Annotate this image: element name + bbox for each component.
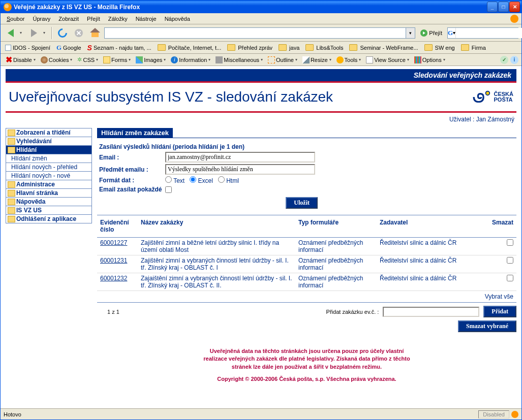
form-area: Zasílání výsledků hlídání (perioda hlídá… <box>99 143 516 209</box>
back-arrow-icon <box>8 29 14 37</box>
always-checkbox[interactable] <box>165 186 172 193</box>
close-button[interactable]: ✕ <box>509 2 520 12</box>
sidebar-item-hlidani-prehled[interactable]: Hlídání nových - přehled <box>6 163 92 172</box>
dev-cookies[interactable]: Cookies▾ <box>39 56 75 64</box>
sidebar-item-hlidani-zmen[interactable]: Hlídání změn <box>6 154 92 163</box>
go-button[interactable]: Přejít <box>417 27 445 39</box>
sidebar-item-hlidani[interactable]: Hlídání <box>6 146 92 154</box>
source-icon <box>366 56 373 63</box>
url-input[interactable] <box>105 28 406 38</box>
menu-prejit[interactable]: Přejít <box>83 15 104 23</box>
subject-input[interactable] <box>165 164 315 175</box>
menu-upravy[interactable]: Úpravy <box>28 15 54 23</box>
th-delete: Smazat <box>486 217 516 238</box>
add-button[interactable]: Přidat <box>483 306 516 317</box>
menu-zobrazit[interactable]: Zobrazit <box>54 15 83 23</box>
add-evidence-input[interactable] <box>383 307 479 317</box>
email-input[interactable] <box>165 152 315 163</box>
url-dropdown[interactable]: ▾ <box>406 28 415 38</box>
go-icon <box>420 29 427 37</box>
period-label: Zasílání výsledků hlídání (perioda hlídá… <box>99 143 244 150</box>
format-label: Formát dat : <box>99 177 165 184</box>
format-html-radio[interactable] <box>218 176 225 183</box>
stop-button[interactable] <box>72 26 86 40</box>
bookmark-idos[interactable]: IDOS - Spojení <box>4 44 52 51</box>
sidebar-item-odhlaseni[interactable]: Odhlášení z aplikace <box>6 215 92 223</box>
cell-client: Ředitelství silnic a dálnic ČR <box>377 273 486 291</box>
sidebar-item-vyhledavani[interactable]: Vyhledávání <box>6 137 92 146</box>
back-history-dropdown[interactable]: ▾ <box>20 30 25 35</box>
status-disabled: Disabled <box>478 410 509 418</box>
sidebar-item-hlavni[interactable]: Hlavní stránka <box>6 189 92 198</box>
dev-css[interactable]: ✲CSS▾ <box>75 56 100 63</box>
sidebar-item-zobrazeni[interactable]: Zobrazení a třídění <box>6 128 92 137</box>
table-row: 60001231Zajištění zimní a vybraných činn… <box>97 255 516 273</box>
cell-name: Zajištění zimní a vybraných činností let… <box>138 255 295 273</box>
stop-icon <box>75 29 83 37</box>
forward-button[interactable] <box>27 26 41 40</box>
search-engine-icon[interactable]: G▾ <box>448 28 456 38</box>
maximize-button[interactable]: □ <box>498 2 509 12</box>
menu-nastroje[interactable]: Nástroje <box>132 15 161 23</box>
menu-soubor[interactable]: SSouboroubor <box>3 15 28 23</box>
evidence-link[interactable]: 60001231 <box>100 257 127 264</box>
cell-type: Oznámení předběžných informací <box>295 255 377 273</box>
select-all-link[interactable]: Vybrat vše <box>97 291 516 303</box>
reload-button[interactable] <box>55 26 70 40</box>
forward-history-dropdown[interactable]: ▾ <box>43 30 48 35</box>
home-button[interactable] <box>88 26 102 40</box>
firefox-icon <box>4 3 12 11</box>
forms-icon <box>103 56 110 63</box>
th-evidence: Evidenční číslo <box>97 217 138 238</box>
minimize-button[interactable]: _ <box>487 2 498 12</box>
validation-ok-icon[interactable]: ✓ <box>500 56 508 64</box>
format-text-radio[interactable] <box>165 176 172 183</box>
bookmark-seznam[interactable]: SSeznam - najdu tam, ... <box>86 43 153 52</box>
subject-label: Předmět emailu : <box>99 166 165 173</box>
delete-selected-button[interactable]: Smazat vybrané <box>458 320 516 332</box>
dev-disable[interactable]: ✖Disable▾ <box>4 54 38 65</box>
dev-viewsource[interactable]: View Source▾ <box>364 56 411 64</box>
save-button[interactable]: Uložit <box>286 197 318 209</box>
dev-tools[interactable]: Tools▾ <box>334 56 363 64</box>
dev-information[interactable]: iInformation▾ <box>169 56 212 64</box>
bookmark-folder-prehled[interactable]: Přehled zpráv <box>226 44 274 51</box>
evidence-link[interactable]: 60001227 <box>100 239 127 246</box>
dev-misc[interactable]: Miscellaneous▾ <box>213 56 265 64</box>
back-button[interactable] <box>4 26 18 40</box>
evidence-link[interactable]: 60001232 <box>100 275 127 282</box>
dev-images[interactable]: Images▾ <box>134 56 168 64</box>
sidebar-item-isvz[interactable]: IS VZ US <box>6 206 92 215</box>
options-icon <box>414 56 421 63</box>
dev-forms[interactable]: Forms▾ <box>101 56 133 64</box>
sidebar-item-hlidani-nove[interactable]: Hlídání nových - nové <box>6 172 92 180</box>
delete-checkbox[interactable] <box>507 239 513 246</box>
cell-name: Zajaištění zimní a vybraných činností le… <box>138 273 295 291</box>
bookmark-folder-java[interactable]: java <box>277 44 301 51</box>
menu-napoveda[interactable]: Nápověda <box>161 15 194 23</box>
delete-checkbox[interactable] <box>507 257 513 264</box>
sidebar-item-napoveda[interactable]: Nápověda <box>6 198 92 206</box>
validation-info-icon[interactable]: i <box>510 56 518 64</box>
format-excel-radio[interactable] <box>190 176 196 183</box>
resize-icon <box>302 56 310 63</box>
bookmarks-toolbar: IDOS - Spojení GGoogle SSeznam - najdu t… <box>1 42 521 54</box>
sidebar-item-administrace[interactable]: Administrace <box>6 180 92 189</box>
search-input[interactable] <box>456 28 522 38</box>
dev-resize[interactable]: Resize▾ <box>300 56 333 64</box>
dev-outline[interactable]: Outline▾ <box>266 56 299 64</box>
bookmark-folder-firma[interactable]: Firma <box>459 44 487 51</box>
bookmark-folder-pocitace[interactable]: Počítače, Internet, t... <box>156 44 223 51</box>
navigation-toolbar: ▾ ▾ ▾ Přejít G▾ <box>1 24 521 42</box>
th-client: Zadavatel <box>377 217 486 238</box>
menu-zalozky[interactable]: Záložky <box>104 15 132 23</box>
bookmark-folder-libs[interactable]: Libs&Tools <box>304 44 345 51</box>
bookmark-folder-seminar[interactable]: Seminar - WebFrame... <box>348 44 419 51</box>
cell-client: Ředitelství silnic a dálnic ČR <box>377 238 486 255</box>
delete-checkbox[interactable] <box>507 275 513 281</box>
svg-point-0 <box>486 91 490 95</box>
bookmark-folder-sweng[interactable]: SW eng <box>423 44 456 51</box>
add-row: 1 z 1 Přidat zakázku ev.č. : Přidat <box>97 303 516 320</box>
dev-options[interactable]: Options▾ <box>412 56 447 64</box>
bookmark-google[interactable]: GGoogle <box>55 43 83 52</box>
